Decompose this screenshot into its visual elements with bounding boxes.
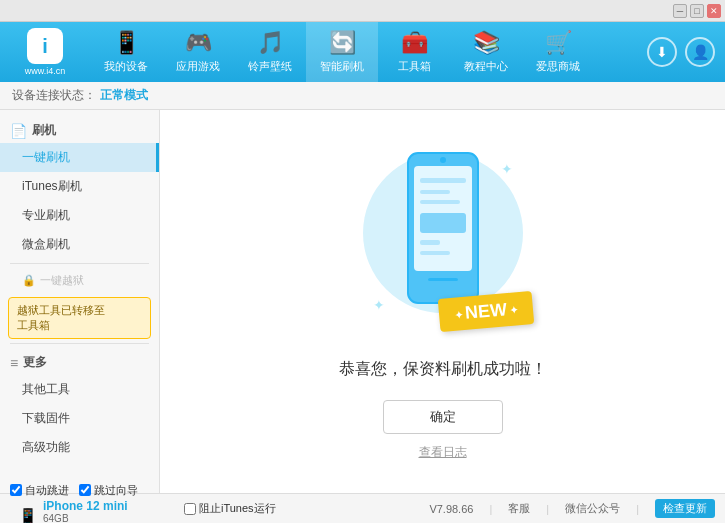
svg-rect-6 (420, 200, 460, 204)
svg-rect-5 (420, 190, 450, 194)
phone-svg (398, 148, 488, 308)
nav-tutorials[interactable]: 📚 教程中心 (450, 22, 522, 82)
smart-flash-icon: 🔄 (329, 30, 356, 56)
minimize-btn[interactable]: ─ (673, 4, 687, 18)
download-action-btn[interactable]: ⬇ (647, 37, 677, 67)
sidebar-warning-box: 越狱工具已转移至工具箱 (8, 297, 151, 339)
more-section-icon: ≡ (10, 355, 18, 371)
one-click-flash-label: 一键刷机 (22, 150, 70, 164)
view-history-link[interactable]: 查看日志 (419, 444, 467, 461)
sidebar-item-one-click-flash[interactable]: 一键刷机 (0, 143, 159, 172)
svg-rect-2 (428, 278, 458, 281)
flash-section-icon: 📄 (10, 123, 27, 139)
download-firmware-label: 下载固件 (22, 411, 70, 425)
svg-rect-4 (420, 178, 466, 183)
sidebar: 📄 刷机 一键刷机 iTunes刷机 专业刷机 微盒刷机 🔒 一键越狱 越狱工具… (0, 110, 160, 493)
flash-section-label: 刷机 (32, 122, 56, 139)
customer-service-link[interactable]: 客服 (508, 501, 530, 516)
sidebar-more-header: ≡ 更多 (0, 348, 159, 375)
nav-shop-label: 爱思商城 (536, 59, 580, 74)
top-nav: i www.i4.cn 📱 我的设备 🎮 应用游戏 🎵 铃声壁纸 🔄 智能刷机 … (0, 22, 725, 82)
sidebar-item-itunes-flash[interactable]: iTunes刷机 (0, 172, 159, 201)
nav-apps-label: 应用游戏 (176, 59, 220, 74)
success-message: 恭喜您，保资料刷机成功啦！ (339, 359, 547, 380)
close-btn[interactable]: ✕ (707, 4, 721, 18)
nav-my-device[interactable]: 📱 我的设备 (90, 22, 162, 82)
bottom-left-section: 自动跳进 跳过向导 📱 iPhone 12 mini 64GB Down-12m… (10, 483, 180, 524)
sidebar-divider-2 (10, 343, 149, 344)
main-layout: 📄 刷机 一键刷机 iTunes刷机 专业刷机 微盒刷机 🔒 一键越狱 越狱工具… (0, 110, 725, 493)
version-text: V7.98.66 (429, 503, 473, 515)
svg-point-3 (440, 157, 446, 163)
itunes-label: 阻止iTunes运行 (199, 501, 276, 516)
nav-shop[interactable]: 🛒 爱思商城 (522, 22, 594, 82)
device-name: iPhone 12 mini (43, 499, 128, 513)
confirm-button[interactable]: 确定 (383, 400, 503, 434)
apps-games-icon: 🎮 (185, 30, 212, 56)
itunes-flash-label: iTunes刷机 (22, 179, 82, 193)
nav-smart-flash-label: 智能刷机 (320, 59, 364, 74)
checkboxes-row: 自动跳进 跳过向导 (10, 483, 180, 498)
my-device-icon: 📱 (113, 30, 140, 56)
divider-1: | (489, 503, 492, 515)
logo-icon: i (27, 28, 63, 64)
device-phone-icon: 📱 (18, 507, 38, 523)
sidebar-item-other-tools[interactable]: 其他工具 (0, 375, 159, 404)
maximize-btn[interactable]: □ (690, 4, 704, 18)
sidebar-item-advanced[interactable]: 高级功能 (0, 433, 159, 462)
nav-tutorials-label: 教程中心 (464, 59, 508, 74)
divider-3: | (636, 503, 639, 515)
sidebar-item-pro-flash[interactable]: 专业刷机 (0, 201, 159, 230)
divider-2: | (546, 503, 549, 515)
nav-apps-games[interactable]: 🎮 应用游戏 (162, 22, 234, 82)
lock-icon: 🔒 (22, 274, 36, 287)
ringtone-icon: 🎵 (257, 30, 284, 56)
user-action-btn[interactable]: 👤 (685, 37, 715, 67)
svg-rect-8 (420, 240, 440, 245)
micro-flash-label: 微盒刷机 (22, 237, 70, 251)
svg-rect-9 (420, 251, 450, 255)
bottom-right: V7.98.66 | 客服 | 微信公众号 | 检查更新 (429, 499, 715, 518)
phone-illustration: ✦ ✦ NEW (363, 143, 523, 343)
device-info: 📱 iPhone 12 mini 64GB Down-12mini-13,1 (18, 499, 180, 524)
pro-flash-label: 专业刷机 (22, 208, 70, 222)
shop-icon: 🛒 (545, 30, 572, 56)
toolbox-icon: 🧰 (401, 30, 428, 56)
device-text: iPhone 12 mini 64GB Down-12mini-13,1 (43, 499, 128, 524)
wechat-link[interactable]: 微信公众号 (565, 501, 620, 516)
svg-rect-7 (420, 213, 466, 233)
auto-jump-label: 自动跳进 (25, 483, 69, 498)
status-label: 设备连接状态： (12, 87, 96, 104)
status-value: 正常模式 (100, 87, 148, 104)
skip-wizard-checkbox[interactable]: 跳过向导 (79, 483, 138, 498)
warning-text: 越狱工具已转移至工具箱 (17, 304, 105, 331)
jailbreak-label: 一键越狱 (40, 273, 84, 288)
other-tools-label: 其他工具 (22, 382, 70, 396)
nav-actions: ⬇ 👤 (639, 37, 725, 67)
nav-my-device-label: 我的设备 (104, 59, 148, 74)
sidebar-item-download-firmware[interactable]: 下载固件 (0, 404, 159, 433)
nav-smart-flash[interactable]: 🔄 智能刷机 (306, 22, 378, 82)
skip-wizard-label: 跳过向导 (94, 483, 138, 498)
auto-jump-input[interactable] (10, 484, 22, 496)
itunes-checkbox[interactable] (184, 503, 196, 515)
logo-area: i www.i4.cn (0, 22, 90, 82)
device-storage: 64GB (43, 513, 128, 524)
sidebar-jailbreak-header: 🔒 一键越狱 (0, 268, 159, 293)
check-update-btn[interactable]: 检查更新 (655, 499, 715, 518)
sidebar-flash-header: 📄 刷机 (0, 116, 159, 143)
sidebar-item-micro-flash[interactable]: 微盒刷机 (0, 230, 159, 259)
nav-ringtone-label: 铃声壁纸 (248, 59, 292, 74)
auto-jump-checkbox[interactable]: 自动跳进 (10, 483, 69, 498)
nav-ringtone[interactable]: 🎵 铃声壁纸 (234, 22, 306, 82)
nav-toolbox[interactable]: 🧰 工具箱 (378, 22, 450, 82)
advanced-label: 高级功能 (22, 440, 70, 454)
nav-toolbox-label: 工具箱 (398, 59, 431, 74)
sidebar-divider-1 (10, 263, 149, 264)
title-bar: ─ □ ✕ (0, 0, 725, 22)
more-section-label: 更多 (23, 354, 47, 371)
skip-wizard-input[interactable] (79, 484, 91, 496)
sparkle-bottom-icon: ✦ (373, 297, 385, 313)
nav-items: 📱 我的设备 🎮 应用游戏 🎵 铃声壁纸 🔄 智能刷机 🧰 工具箱 📚 教程中心… (90, 22, 639, 82)
tutorials-icon: 📚 (473, 30, 500, 56)
